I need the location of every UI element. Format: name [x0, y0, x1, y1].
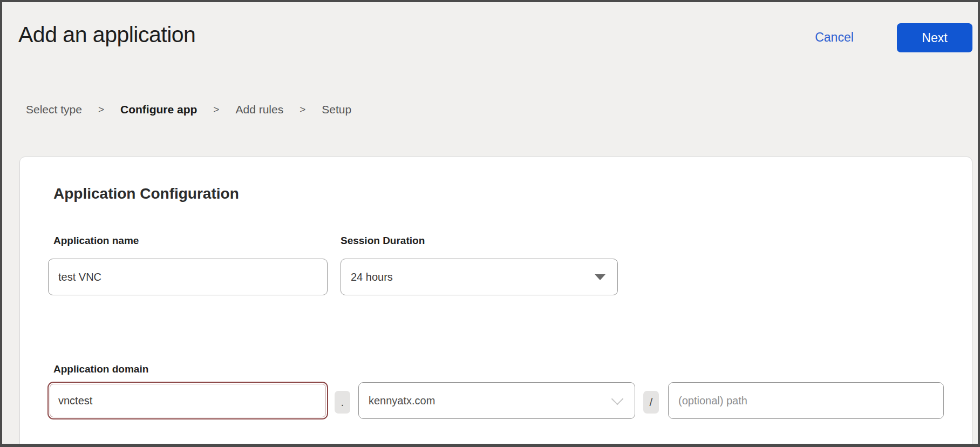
cancel-button[interactable]: Cancel	[807, 30, 861, 45]
step-configure-app[interactable]: Configure app	[120, 103, 197, 116]
application-name-label: Application name	[53, 235, 139, 247]
add-application-page: Add an application Cancel Next Select ty…	[0, 0, 980, 447]
dot-separator: .	[335, 391, 350, 414]
breadcrumb-separator: >	[213, 104, 219, 116]
chevron-down-icon	[611, 393, 624, 405]
caret-down-icon	[595, 274, 605, 280]
application-configuration-card: Application Configuration Application na…	[19, 157, 972, 447]
breadcrumb-separator: >	[98, 104, 104, 116]
subdomain-input[interactable]	[48, 382, 328, 419]
path-input[interactable]	[668, 382, 944, 419]
domain-select[interactable]: kennyatx.com	[358, 382, 635, 419]
step-add-rules[interactable]: Add rules	[235, 103, 283, 116]
breadcrumb: Select type > Configure app > Add rules …	[26, 103, 351, 116]
application-name-input[interactable]	[48, 259, 328, 295]
next-button[interactable]: Next	[897, 23, 972, 52]
step-setup[interactable]: Setup	[322, 103, 351, 116]
step-select-type[interactable]: Select type	[26, 103, 82, 116]
section-title: Application Configuration	[53, 185, 239, 202]
session-duration-select[interactable]: 24 hours	[341, 259, 618, 295]
domain-select-value: kennyatx.com	[369, 395, 435, 407]
slash-separator: /	[643, 391, 659, 414]
session-duration-label: Session Duration	[341, 235, 425, 247]
application-domain-label: Application domain	[53, 363, 148, 375]
session-duration-value: 24 hours	[351, 271, 393, 283]
breadcrumb-separator: >	[300, 104, 305, 116]
page-title: Add an application	[18, 23, 195, 47]
